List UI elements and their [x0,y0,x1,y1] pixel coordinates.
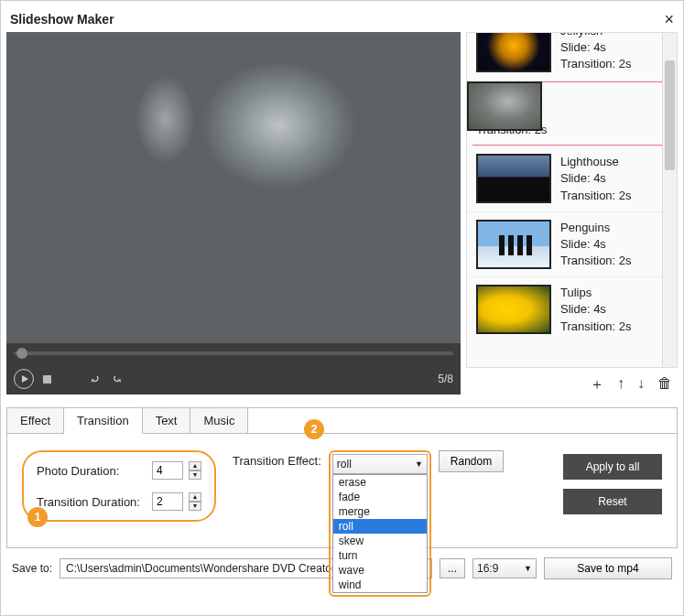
list-item[interactable]: Jellyfish Slide: 4s Transition: 2s [467,33,677,81]
progress-bar[interactable] [6,343,461,363]
thumbnail [476,33,551,72]
transition-effect-select[interactable]: roll ▼ [332,454,428,474]
slide-transition: Transition: 2s [560,188,632,204]
slide-counter: 5/8 [438,373,453,385]
rotate-left-icon[interactable]: ⤾ [90,372,101,386]
stop-icon[interactable] [43,375,51,384]
transition-effect-label: Transition Effect: [233,450,321,468]
option-merge[interactable]: merge [333,504,427,519]
option-wind[interactable]: wind [333,578,427,592]
close-icon[interactable]: × [664,10,674,29]
reset-button[interactable]: Reset [563,489,662,514]
random-button[interactable]: Random [439,450,504,472]
apply-all-button[interactable]: Apply to all [563,454,662,480]
chevron-down-icon: ▼ [524,564,532,573]
list-item[interactable]: Lighthouse Slide: 4s Transition: 2s [467,146,677,211]
thumbnail [476,220,551,269]
option-erase[interactable]: erase [333,475,427,490]
option-turn[interactable]: turn [333,548,427,563]
list-item[interactable]: Penguins Slide: 4s Transition: 2s [467,211,677,277]
annotation-marker-2: 2 [304,419,324,439]
slide-transition: Transition: 2s [560,253,632,269]
slide-name: Jellyfish [560,33,632,39]
thumbnail [476,285,551,334]
option-roll[interactable]: roll [333,519,427,534]
save-to-mp4-button[interactable]: Save to mp4 [544,557,672,579]
option-fade[interactable]: fade [333,490,427,504]
selected-effect: roll [337,458,352,470]
save-to-label: Save to: [12,562,52,575]
photo-duration-label: Photo Duration: [37,464,147,478]
slide-duration: Slide: 4s [560,39,632,56]
tab-effect[interactable]: Effect [7,408,64,433]
tab-music[interactable]: Music [190,408,248,433]
play-icon[interactable] [14,369,34,389]
player-bar: ⤾ ⤿ 5/8 [6,363,461,394]
slide-name: Lighthouse [560,154,632,170]
list-item[interactable]: Koala Slide: 4s Transition: 2s [467,81,677,146]
settings-panel: Effect Transition Text Music 2 Photo Dur… [6,407,678,548]
annotation-marker-1: 1 [27,507,48,527]
spinner-down-icon[interactable]: ▼ [189,502,201,511]
chevron-down-icon: ▼ [415,459,423,469]
list-item[interactable]: Tulips Slide: 4s Transition: 2s [467,276,677,342]
tab-transition[interactable]: Transition [64,408,143,434]
spinner-up-icon[interactable]: ▲ [189,461,201,470]
thumbnail [476,154,551,203]
preview-pane: ⤾ ⤿ 5/8 [6,32,461,394]
transition-effect-group: roll ▼ erase fade merge roll skew turn w… [329,450,431,597]
thumbnail [467,81,542,131]
duration-group: Photo Duration: ▲▼ Transition Duration: … [22,450,216,522]
slide-transition: Transition: 2s [560,56,632,72]
add-icon[interactable]: ＋ [590,375,604,394]
progress-thumb[interactable] [16,348,27,359]
slide-name: Tulips [560,285,632,301]
slide-duration: Slide: 4s [560,236,632,253]
option-skew[interactable]: skew [333,534,427,548]
rotate-right-icon[interactable]: ⤿ [112,372,123,386]
tab-text[interactable]: Text [143,408,191,433]
window-title: Slideshow Maker [10,12,114,27]
slideshow-maker-window: Slideshow Maker × ⤾ ⤿ 5/8 [0,0,684,616]
titlebar: Slideshow Maker × [6,6,678,32]
slide-duration: Slide: 4s [560,301,632,318]
slide-transition: Transition: 2s [560,319,632,335]
move-down-icon[interactable]: ↓ [637,375,645,394]
scrollbar[interactable] [662,33,677,367]
transition-effect-dropdown[interactable]: erase fade merge roll skew turn wave win… [332,474,428,593]
photo-duration-input[interactable] [152,461,183,480]
slide-duration: Slide: 4s [560,170,632,187]
tab-bar: Effect Transition Text Music [7,408,677,434]
preview-image [6,32,461,343]
spinner-up-icon[interactable]: ▲ [189,492,201,502]
slide-list: Jellyfish Slide: 4s Transition: 2s Koala… [466,32,678,368]
transition-duration-input[interactable] [152,492,183,511]
spinner-down-icon[interactable]: ▼ [189,470,201,480]
slide-name: Penguins [560,220,632,236]
transition-duration-label: Transition Duration: [37,495,147,509]
delete-icon[interactable]: 🗑 [657,375,672,394]
move-up-icon[interactable]: ↑ [617,375,624,394]
option-wave[interactable]: wave [333,563,427,578]
